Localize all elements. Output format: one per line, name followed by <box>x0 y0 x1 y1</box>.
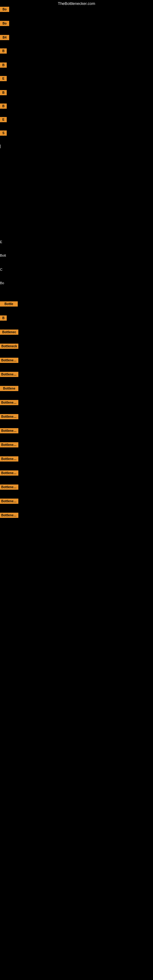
nav-button-btn5[interactable]: B <box>0 62 7 68</box>
label-lbl1: E <box>0 240 2 244</box>
nav-button-btn2[interactable]: Bo <box>0 21 9 26</box>
result-button-bbtn5[interactable]: Bottleneck re <box>0 358 18 363</box>
nav-button-btn8[interactable]: B <box>0 103 7 109</box>
nav-button-btn7[interactable]: B <box>0 90 7 95</box>
label-lbl4: Bo <box>0 281 4 285</box>
result-button-bbtn4[interactable]: Bottleneck <box>0 344 18 349</box>
site-title: TheBottlenecker.com <box>58 1 95 6</box>
result-button-bbtn16[interactable]: Bottleneck re <box>0 513 18 518</box>
result-button-bbtn9[interactable]: Bottleneck res <box>0 414 18 419</box>
result-button-bbtn15[interactable]: Bottleneck result <box>0 499 18 504</box>
divider-div1 <box>0 145 1 148</box>
result-button-bbtn1[interactable]: Bottle <box>0 301 18 307</box>
result-button-bbtn6[interactable]: Bottleneck d <box>0 372 18 377</box>
label-lbl3: C <box>0 268 2 271</box>
nav-button-btn3[interactable]: B4 <box>0 35 9 40</box>
result-button-bbtn7[interactable]: Bottlene <box>0 386 18 391</box>
nav-button-btn10[interactable]: S <box>0 130 7 136</box>
label-lbl2: Bott <box>0 254 6 257</box>
result-button-bbtn13[interactable]: Bottleneck resul <box>0 470 18 476</box>
nav-button-btn6[interactable]: E <box>0 76 7 81</box>
nav-button-btn4[interactable]: B <box>0 48 7 54</box>
result-button-bbtn11[interactable]: Bottleneck resu <box>0 442 18 447</box>
result-button-bbtn12[interactable]: Bottleneck resu <box>0 456 18 461</box>
result-button-bbtn3[interactable]: Bottlenec <box>0 329 18 335</box>
result-button-bbtn14[interactable]: Bottleneck resul <box>0 485 18 490</box>
result-button-bbtn10[interactable]: Bottleneck res <box>0 428 18 433</box>
nav-button-btn1[interactable]: Bo <box>0 7 9 12</box>
result-button-bbtn2[interactable]: B <box>0 315 7 321</box>
nav-button-btn9[interactable]: E <box>0 117 7 122</box>
result-button-bbtn8[interactable]: Bottleneck re <box>0 400 18 405</box>
